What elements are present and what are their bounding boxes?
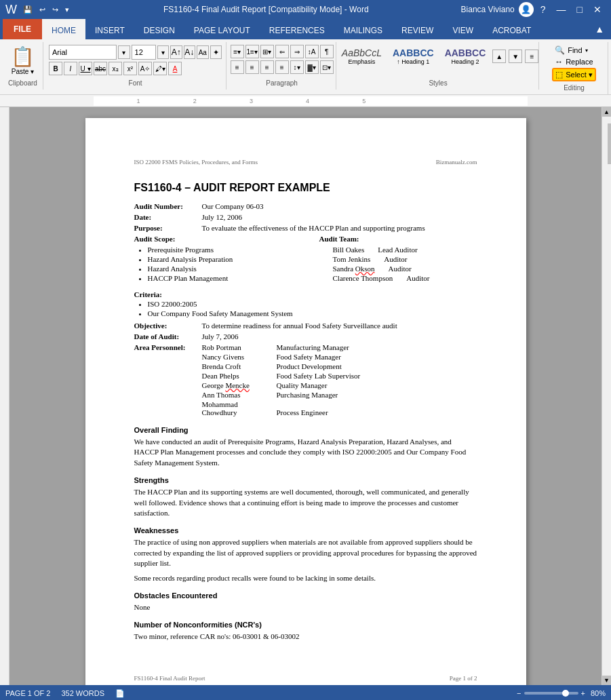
font-label: Font (129, 77, 142, 87)
show-hide-btn[interactable]: ¶ (320, 45, 334, 58)
grow-font-btn[interactable]: A↑ (170, 45, 182, 59)
close-button[interactable]: ✕ (589, 3, 606, 16)
window-title: FS1160-4 Final Audit Report [Compatibili… (71, 5, 461, 14)
paste-button[interactable]: 📋 Paste ▾ (7, 44, 39, 77)
word-count: 352 WORDS (61, 689, 104, 698)
weaknesses-section: Weaknesses The practice of using non app… (134, 526, 477, 583)
style-emphasis[interactable]: AaBbCcL Emphasis (338, 46, 386, 66)
page-area[interactable]: ISO 22000 FSMS Policies, Procedures, and… (9, 107, 602, 685)
list-item: Bill OakesLead Auditor (333, 246, 477, 254)
date-label: Date: (134, 213, 202, 221)
audit-scope-col: Audit Scope: Prerequisite Programs Hazar… (134, 235, 292, 285)
collapse-ribbon-btn[interactable]: ▲ (591, 22, 608, 36)
tab-review[interactable]: REVIEW (392, 19, 443, 39)
text-effect-btn[interactable]: A✧ (138, 62, 152, 75)
underline-button[interactable]: U ▾ (79, 62, 92, 75)
scroll-thumb[interactable] (608, 123, 612, 164)
clear-format-btn[interactable]: ✦ (210, 45, 222, 59)
audit-team-col: Audit Team: Bill OakesLead Auditor Tom J… (319, 235, 477, 285)
scrollbar-vertical[interactable]: ▲ ▼ (602, 107, 611, 685)
tab-insert[interactable]: INSERT (85, 19, 134, 39)
zoom-plus[interactable]: + (581, 689, 585, 697)
align-right-btn[interactable]: ≡ (260, 60, 274, 74)
audit-team-list: Bill OakesLead Auditor Tom JenkinsAudito… (333, 246, 477, 282)
ruler: 1 2 3 4 5 (0, 95, 611, 107)
align-center-btn[interactable]: ≡ (245, 60, 259, 74)
criteria-section: Criteria: ISO 22000:2005 Our Company Foo… (134, 290, 477, 317)
increase-indent-btn[interactable]: ⇒ (290, 45, 304, 58)
align-left-btn[interactable]: ≡ (231, 60, 244, 74)
styles-more[interactable]: ≡ (525, 50, 538, 63)
ruler-inner: 1 2 3 4 5 (94, 96, 528, 106)
maximize-button[interactable]: □ (573, 3, 587, 16)
line-spacing-btn[interactable]: ↕▾ (290, 60, 304, 74)
superscript-btn[interactable]: x² (123, 62, 137, 75)
strikethrough-btn[interactable]: abc (94, 62, 107, 75)
styles-scroll-down[interactable]: ▼ (509, 50, 522, 63)
undo-btn[interactable]: ↩ (37, 4, 47, 16)
nonconformities-text: Two minor, reference CAR no's: 06-03001 … (134, 631, 477, 642)
document-page[interactable]: ISO 22000 FSMS Policies, Procedures, and… (85, 118, 526, 685)
italic-button[interactable]: I (64, 62, 77, 75)
personnel-row: Rob Portman Manufacturing Manager (202, 343, 361, 351)
highlight-btn[interactable]: 🖍▾ (153, 62, 167, 75)
style-heading2[interactable]: AABBCC Heading 2 (441, 46, 490, 66)
objective-label: Objective: (134, 322, 202, 330)
find-button[interactable]: 🔍 Find ▾ (552, 45, 596, 56)
strengths-section: Strengths The HACCP Plan and its support… (134, 476, 477, 518)
save-btn[interactable]: 💾 (21, 4, 35, 16)
zoom-thumb[interactable] (562, 690, 569, 697)
change-case-btn[interactable]: Aa (197, 45, 209, 59)
multilevel-btn[interactable]: ⊞▾ (260, 45, 274, 58)
sort-btn[interactable]: ↕A (305, 45, 319, 58)
scope-team-section: Audit Scope: Prerequisite Programs Hazar… (134, 235, 477, 285)
tab-page-layout[interactable]: PAGE LAYOUT (184, 19, 260, 39)
audit-scope-label: Audit Scope: (134, 235, 292, 243)
styles-scroll-up[interactable]: ▲ (492, 50, 506, 63)
replace-button[interactable]: ↔ Replace (552, 56, 596, 67)
zoom-slider[interactable] (524, 692, 578, 695)
scroll-up-btn[interactable]: ▲ (602, 107, 612, 117)
status-left: PAGE 1 OF 2 352 WORDS 📄 (5, 689, 125, 698)
font-name-input[interactable] (49, 45, 117, 60)
font-color-btn[interactable]: A (168, 62, 182, 75)
font-name-dropdown[interactable]: ▾ (118, 45, 130, 59)
replace-icon: ↔ (555, 57, 563, 66)
personnel-table: Rob Portman Manufacturing Manager Nancy … (202, 343, 361, 418)
subscript-btn[interactable]: x₂ (109, 62, 122, 75)
font-size-input[interactable] (132, 45, 156, 60)
borders-btn[interactable]: ⊡▾ (320, 60, 334, 74)
shading-btn[interactable]: ▓▾ (305, 60, 319, 74)
redo-btn[interactable]: ↪ (50, 4, 60, 16)
scroll-down-btn[interactable]: ▼ (602, 676, 612, 685)
tab-file[interactable]: FILE (3, 19, 42, 39)
minimize-button[interactable]: — (553, 3, 570, 16)
audit-number-value: Our Company 06-03 (202, 202, 264, 210)
tab-view[interactable]: VIEW (443, 19, 483, 39)
zoom-control: − + (517, 689, 585, 697)
criteria-label: Criteria: (134, 290, 477, 298)
decrease-indent-btn[interactable]: ⇐ (275, 45, 289, 58)
tab-mailings[interactable]: MAILINGS (334, 19, 392, 39)
list-item: Prerequisite Programs (148, 246, 292, 254)
paragraph-group: ≡▾ 1≡▾ ⊞▾ ⇐ ⇒ ↕A ¶ ≡ ≡ ≡ ≡ ↕▾ ▓▾ ⊡▾ (228, 42, 336, 90)
select-button[interactable]: ⬚ Select ▾ (552, 68, 596, 81)
numbering-btn[interactable]: 1≡▾ (245, 45, 259, 58)
customize-btn[interactable]: ▾ (63, 4, 71, 16)
tab-acrobat[interactable]: ACROBAT (483, 19, 540, 39)
tab-home[interactable]: HOME (42, 19, 85, 39)
page-header: ISO 22000 FSMS Policies, Procedures, and… (134, 159, 477, 166)
audit-scope-list: Prerequisite Programs Hazard Analysis Pr… (148, 246, 292, 282)
bold-button[interactable]: B (49, 62, 62, 75)
help-button[interactable]: ? (536, 3, 550, 16)
font-size-dropdown[interactable]: ▾ (157, 45, 170, 59)
tab-references[interactable]: REFERENCES (260, 19, 334, 39)
style-heading1[interactable]: AABBCC ↑ Heading 1 (389, 46, 438, 66)
nonconformities-section: Number of Nonconformities (NCR's) Two mi… (134, 621, 477, 642)
zoom-minus[interactable]: − (517, 689, 521, 697)
tab-design[interactable]: DESIGN (134, 19, 184, 39)
shrink-font-btn[interactable]: A↓ (184, 45, 196, 59)
select-icon: ⬚ (555, 70, 563, 79)
justify-btn[interactable]: ≡ (275, 60, 289, 74)
bullets-btn[interactable]: ≡▾ (231, 45, 244, 58)
